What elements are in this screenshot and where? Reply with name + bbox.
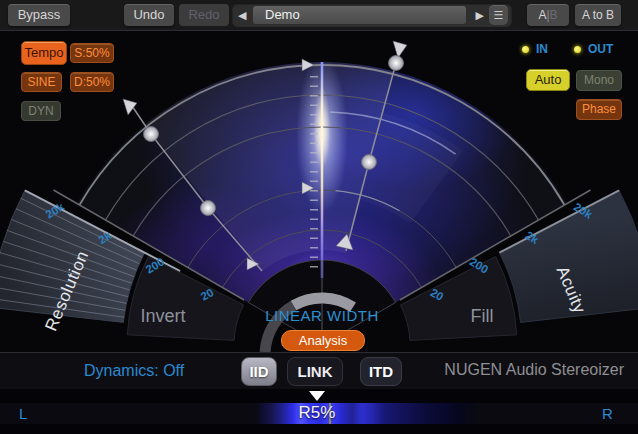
redo-button[interactable]: Redo — [179, 4, 229, 26]
phase-button[interactable]: Phase — [576, 99, 622, 120]
top-bar: Bypass Undo Redo ◀ Demo ▶ ☰ A|B A to B — [0, 0, 638, 31]
out-meter-toggle[interactable]: OUT — [574, 42, 613, 52]
ab-compare-button[interactable]: A|B — [527, 4, 569, 26]
handle-right-lower-dot[interactable] — [362, 155, 377, 170]
auto-button[interactable]: Auto — [526, 69, 570, 91]
left-channel-label: L — [19, 405, 27, 422]
fill-label: Fill — [471, 306, 494, 326]
handle-left-lower-dot[interactable] — [201, 201, 216, 216]
handle-right-upper-dot[interactable] — [389, 56, 404, 71]
brand-label: NUGEN Audio Stereoizer — [444, 361, 624, 379]
iid-mode-button[interactable]: IID — [241, 357, 277, 386]
invert-label: Invert — [140, 306, 185, 326]
itd-mode-button[interactable]: ITD — [360, 357, 402, 386]
pan-pointer-icon[interactable] — [309, 391, 325, 401]
d-amount-button[interactable]: D:50% — [70, 72, 114, 92]
preset-next-icon[interactable]: ▶ — [476, 3, 484, 27]
status-bar: Dynamics: Off IID LINK ITD NUGEN Audio S… — [0, 352, 638, 390]
tempo-button[interactable]: Tempo — [21, 41, 67, 65]
link-mode-button[interactable]: LINK — [287, 357, 343, 386]
bypass-button[interactable]: Bypass — [8, 4, 70, 26]
ab-b-label: B — [550, 8, 558, 22]
s-amount-button[interactable]: S:50% — [70, 43, 114, 63]
plugin-window: Resolution Invert Acuity Fill 20k 2k 200… — [0, 0, 638, 434]
mono-button[interactable]: Mono — [576, 70, 622, 91]
preset-menu-icon[interactable]: ☰ — [489, 5, 508, 25]
a-to-b-button[interactable]: A to B — [575, 4, 621, 26]
handle-left-upper-dot[interactable] — [144, 127, 159, 142]
dyn-button[interactable]: DYN — [21, 101, 61, 121]
in-label: IN — [536, 42, 548, 56]
right-channel-label: R — [602, 405, 613, 422]
out-label: OUT — [588, 42, 613, 56]
linear-width-label: LINEAR WIDTH — [242, 307, 402, 324]
sine-button[interactable]: SINE — [21, 72, 62, 92]
analysis-button[interactable]: Analysis — [281, 330, 365, 351]
dynamics-status: Dynamics: Off — [84, 362, 184, 380]
in-meter-toggle[interactable]: IN — [522, 42, 548, 52]
pan-meter-bar: R5% L R — [0, 389, 638, 434]
pan-readout: R5% — [282, 403, 352, 423]
preset-prev-icon[interactable]: ◀ — [238, 3, 246, 27]
preset-name-field[interactable]: Demo — [253, 6, 466, 24]
undo-button[interactable]: Undo — [124, 4, 174, 26]
preset-selector[interactable]: ◀ Demo ▶ ☰ — [232, 3, 512, 27]
